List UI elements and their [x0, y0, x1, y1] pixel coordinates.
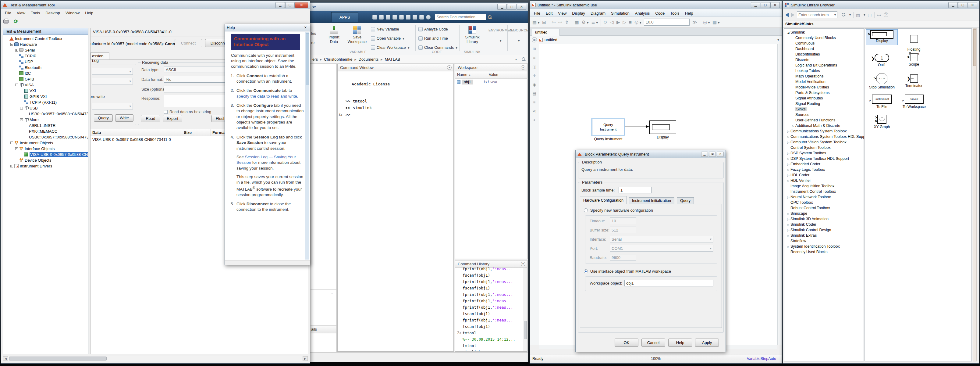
- refresh-icon[interactable]: ⟳: [14, 19, 18, 24]
- menu-item[interactable]: Tools: [667, 10, 682, 16]
- tree-item[interactable]: Instrument Drivers: [3, 163, 88, 169]
- library-tree-item[interactable]: ▷HDL Coder: [785, 172, 864, 178]
- folder-dropdown-icon[interactable]: ▾: [515, 58, 517, 61]
- col-size[interactable]: Size: [184, 130, 192, 135]
- stop-icon[interactable]: ■: [629, 19, 632, 25]
- library-search-input[interactable]: [797, 13, 833, 17]
- display-block-label[interactable]: Display: [649, 135, 676, 139]
- block-xy-graph[interactable]: >> XY Graph: [867, 115, 897, 129]
- minimize-button[interactable]: ▁: [948, 2, 958, 8]
- collapsed-icon[interactable]: ▷: [786, 161, 791, 167]
- menu-item[interactable]: Simulation: [608, 10, 632, 16]
- collapsed-icon[interactable]: ▷: [786, 178, 791, 184]
- collapsed-icon[interactable]: ▷: [786, 211, 791, 217]
- menu-item[interactable]: Analysis: [632, 10, 652, 16]
- panel-menu-icon[interactable]: ▼: [447, 65, 452, 70]
- library-tree-item[interactable]: Discontinuities: [785, 51, 864, 57]
- library-tree-item[interactable]: OPC Toolbox: [785, 200, 864, 205]
- timeout-input[interactable]: 10: [610, 217, 636, 224]
- command-window-body[interactable]: Academic License >> tmtool >> simulink >…: [338, 71, 453, 352]
- cut-icon[interactable]: [386, 15, 390, 19]
- history-entry[interactable]: fscanf(obj1): [455, 285, 523, 291]
- maximize-button[interactable]: ▣: [709, 152, 716, 157]
- tree-item[interactable]: GPIB: [3, 76, 88, 82]
- menu-item[interactable]: Help: [682, 10, 696, 16]
- port-select[interactable]: COM1: [610, 245, 713, 252]
- copy-icon[interactable]: [393, 15, 397, 19]
- tree-item[interactable]: VISA: [3, 82, 88, 88]
- history-entry[interactable]: fprintf(obj1, ':meas...: [455, 298, 523, 304]
- signal-wire[interactable]: [625, 126, 647, 127]
- menu-item[interactable]: View: [14, 10, 28, 16]
- library-tree-item[interactable]: Signal Attributes: [785, 96, 864, 101]
- history-entry[interactable]: fscanf(obj1): [455, 310, 523, 317]
- close-button[interactable]: ✕: [770, 2, 780, 8]
- history-entry[interactable]: 2xtmtool: [455, 330, 523, 336]
- block-to-workspace[interactable]: >simout To Workspace: [899, 94, 929, 109]
- tree-item[interactable]: UDP: [3, 59, 88, 65]
- block-stop-simulation[interactable]: >STOP Stop Simulation: [866, 73, 898, 90]
- tree-item[interactable]: USB0::0x0957::0x0588::CN50473411::0: [3, 111, 88, 117]
- fit-view-icon[interactable]: ▤: [532, 91, 536, 96]
- workspace-object-input[interactable]: obj1: [624, 280, 713, 286]
- simulink-titlebar[interactable]: untitled * - Simulink academic use ▁ ▢ ✕: [530, 1, 782, 9]
- interface-select[interactable]: Serial: [610, 236, 713, 243]
- history-entry[interactable]: fscanf(obj1): [455, 272, 523, 278]
- collapsed-icon[interactable]: ▷: [786, 222, 791, 227]
- maximize-button[interactable]: ▢: [507, 4, 517, 10]
- history-entry[interactable]: fprintf(obj1, ':meas...: [455, 304, 523, 310]
- write-button[interactable]: Write: [115, 114, 134, 122]
- library-tree-item[interactable]: ▷Fuzzy Logic Toolbox: [785, 167, 864, 172]
- history-entry[interactable]: fscanf(obj1): [455, 323, 523, 330]
- import-data-button[interactable]: Import Data: [323, 26, 345, 44]
- library-browser-icon[interactable]: ▦: [575, 19, 579, 25]
- menu-item[interactable]: Edit: [543, 10, 555, 16]
- search-icon[interactable]: [488, 15, 492, 19]
- hex-checkbox-row[interactable]: Read data as hex string: [164, 109, 211, 114]
- tree-item[interactable]: USB: [3, 105, 88, 111]
- query-instrument-block[interactable]: QueryInstrument: [592, 119, 624, 135]
- new-variable-button[interactable]: New Variable: [371, 26, 399, 33]
- collapsed-icon[interactable]: ▷: [786, 129, 791, 134]
- hide-browser-icon[interactable]: ⊞: [533, 47, 536, 51]
- collapsed-icon[interactable]: ▷: [786, 173, 791, 178]
- library-tree-item[interactable]: ▷Communications System Toolbox: [785, 128, 864, 134]
- dialog-button[interactable]: Help: [668, 339, 692, 347]
- library-tree-item[interactable]: ▷System Identification Toolbox: [785, 244, 864, 249]
- step-forward-icon[interactable]: ▷: [622, 19, 626, 25]
- doc-search-input[interactable]: [435, 14, 486, 21]
- collapsed-icon[interactable]: ▷: [786, 156, 791, 161]
- tm-titlebar[interactable]: Test & Measurement Tool ▁ ▢ ✕: [1, 1, 310, 9]
- help-titlebar[interactable]: Help ✕: [225, 24, 310, 31]
- save-icon[interactable]: ⊟: [542, 19, 546, 25]
- menu-item[interactable]: Help: [82, 10, 96, 16]
- sample-time-input[interactable]: 1: [619, 187, 652, 193]
- tab-query[interactable]: Query: [677, 197, 694, 205]
- scroll-right-icon[interactable]: ▶: [302, 356, 308, 361]
- library-tree-item[interactable]: Instrument Control Toolbox: [785, 189, 864, 194]
- library-tree-item[interactable]: ▷Simscape: [785, 211, 864, 216]
- pane-scrollbar[interactable]: [973, 28, 977, 361]
- tree-item[interactable]: TCPIP (VXI-11): [3, 99, 88, 105]
- library-tree-item[interactable]: Model Verification: [785, 79, 864, 85]
- expand-icon[interactable]: [15, 49, 18, 51]
- library-tree-item[interactable]: ▷DSP System Toolbox HDL Support: [785, 156, 864, 161]
- tree-item[interactable]: VXI: [3, 88, 88, 94]
- model-explorer-icon[interactable]: ≣▾: [591, 19, 598, 25]
- tree-item[interactable]: PXI0::MEMACC: [3, 128, 88, 134]
- collapsed-icon[interactable]: ▷: [786, 227, 791, 233]
- tab-hardware-configuration[interactable]: Hardware Configuration: [580, 196, 627, 205]
- collapsed-icon[interactable]: ▷: [786, 217, 791, 222]
- open-folder-icon[interactable]: ▢: [867, 13, 872, 18]
- save-workspace-button[interactable]: Save Workspace: [347, 26, 368, 44]
- scroll-left-icon[interactable]: ◀: [3, 356, 8, 361]
- clear-workspace-button[interactable]: Clear Workspace▼: [371, 44, 410, 51]
- status-solver[interactable]: VariableStepAuto: [747, 356, 776, 361]
- col-format[interactable]: Format: [212, 130, 226, 135]
- tm-horizontal-scrollbar[interactable]: ◀ ▶: [3, 356, 308, 361]
- connect-button[interactable]: Connect: [175, 39, 202, 47]
- analyze-code-button[interactable]: Analyze Code: [418, 26, 448, 33]
- library-tree-item[interactable]: Logic and Bit Operations: [785, 62, 864, 68]
- menu-item[interactable]: Window: [63, 10, 82, 16]
- library-tree-item[interactable]: Sinks: [785, 106, 864, 112]
